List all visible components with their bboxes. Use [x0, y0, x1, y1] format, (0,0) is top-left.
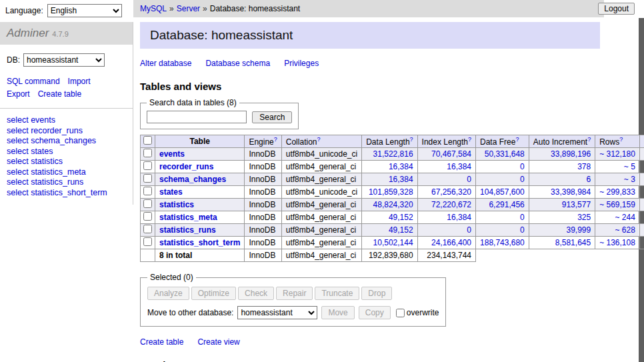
sidebar-select-statistics-meta-link[interactable]: select statistics_meta: [7, 167, 126, 177]
db-select[interactable]: homeassistant: [23, 53, 105, 67]
auto-increment-link[interactable]: 6: [586, 175, 591, 184]
index-length-link[interactable]: 16,384: [447, 213, 471, 222]
create-table-link[interactable]: Create table: [140, 337, 183, 347]
table-link-schema_changes[interactable]: schema_changes: [159, 175, 226, 184]
sidebar-select-recorder-runs-link[interactable]: select recorder_runs: [7, 126, 126, 136]
table-row-statistics_runs: statistics_runsInnoDButf8mb4_general_ci4…: [141, 224, 644, 237]
table-link-statistics_meta[interactable]: statistics_meta: [159, 213, 217, 222]
breadcrumb-mysql-link[interactable]: MySQL: [140, 4, 167, 13]
index-length-link[interactable]: 72,220,672: [431, 200, 471, 209]
table-link-statistics_short_term[interactable]: statistics_short_term: [159, 238, 240, 247]
help-link[interactable]: ?: [274, 136, 277, 143]
database-schema-link[interactable]: Database schema: [205, 59, 270, 68]
bulk-truncate-button[interactable]: Truncate: [315, 287, 359, 300]
table-link-events[interactable]: events: [159, 149, 185, 159]
help-link[interactable]: ?: [468, 136, 471, 143]
overwrite-checkbox[interactable]: [396, 309, 405, 317]
breadcrumb-server-link[interactable]: Server: [177, 4, 200, 13]
row-checkbox[interactable]: [143, 187, 152, 195]
auto-increment-link[interactable]: 8,581,645: [555, 238, 591, 247]
auto-increment-link[interactable]: 39,999: [566, 225, 591, 235]
row-checkbox[interactable]: [143, 199, 152, 208]
rows-link[interactable]: ~ 569,159: [599, 200, 635, 209]
help-link[interactable]: ?: [515, 136, 519, 143]
create-view-link[interactable]: Create view: [197, 337, 239, 347]
bulk-repair-button[interactable]: Repair: [276, 287, 313, 300]
rows-link[interactable]: ~ 312,180: [599, 149, 635, 159]
help-link[interactable]: ?: [619, 136, 623, 143]
rows-link[interactable]: ~ 5: [624, 162, 635, 171]
data-free-link[interactable]: 50,331,648: [485, 149, 525, 159]
row-checkbox[interactable]: [143, 149, 152, 157]
bulk-optimize-button[interactable]: Optimize: [191, 287, 236, 300]
data-free-link[interactable]: 0: [520, 175, 525, 184]
data-free-link[interactable]: 0: [520, 213, 525, 222]
rows-link[interactable]: ~ 299,833: [599, 187, 635, 197]
index-length-link[interactable]: 16,384: [447, 162, 471, 171]
data-free-link[interactable]: 0: [520, 225, 525, 235]
table-link-statistics_runs[interactable]: statistics_runs: [159, 225, 216, 235]
copy-button[interactable]: Copy: [359, 306, 391, 319]
row-checkbox[interactable]: [143, 174, 152, 183]
auto-increment-link[interactable]: 33,398,984: [551, 187, 591, 197]
data-length-link[interactable]: 16,384: [389, 162, 413, 171]
sidebar-link-sql-command[interactable]: SQL command: [7, 77, 60, 86]
rows-link[interactable]: ~ 244: [615, 213, 635, 222]
row-checkbox[interactable]: [143, 225, 152, 233]
sidebar-select-states-link[interactable]: select states: [7, 147, 126, 157]
data-length-link[interactable]: 101,859,328: [369, 187, 413, 197]
row-checkbox[interactable]: [143, 237, 152, 246]
data-free-link[interactable]: 104,857,600: [480, 187, 525, 197]
sidebar-select-schema-changes-link[interactable]: select schema_changes: [7, 136, 126, 146]
bulk-analyze-button[interactable]: Analyze: [147, 287, 189, 300]
bulk-check-button[interactable]: Check: [238, 287, 274, 300]
row-checkbox[interactable]: [143, 212, 152, 221]
move-button[interactable]: Move: [321, 306, 354, 319]
search-button[interactable]: Search: [252, 111, 292, 123]
data-free-link[interactable]: 6,291,456: [489, 200, 524, 209]
rows-link[interactable]: ~ 136,108: [599, 238, 635, 247]
data-length-link[interactable]: 10,502,144: [373, 238, 413, 247]
check-all-checkbox[interactable]: [143, 136, 152, 145]
help-link[interactable]: ?: [587, 136, 591, 143]
rows-link[interactable]: ~ 628: [615, 225, 635, 235]
row-checkbox[interactable]: [143, 161, 152, 170]
sidebar-select-statistics-runs-link[interactable]: select statistics_runs: [7, 177, 126, 187]
auto-increment-link[interactable]: 378: [577, 162, 591, 171]
sidebar-link-create-table[interactable]: Create table: [38, 89, 81, 99]
table-link-recorder_runs[interactable]: recorder_runs: [159, 162, 213, 171]
sidebar-link-export[interactable]: Export: [7, 89, 30, 99]
language-select[interactable]: English: [47, 4, 122, 17]
table-link-states[interactable]: states: [159, 187, 183, 197]
data-length-link[interactable]: 16,384: [389, 175, 413, 184]
table-link-statistics[interactable]: statistics: [159, 200, 194, 209]
bulk-drop-button[interactable]: Drop: [361, 287, 392, 300]
auto-increment-link[interactable]: 33,898,196: [551, 149, 591, 159]
data-free-link[interactable]: 188,743,680: [480, 238, 525, 247]
data-free-link[interactable]: 0: [520, 162, 525, 171]
data-length-link[interactable]: 49,152: [389, 213, 413, 222]
index-length-link[interactable]: 24,166,400: [431, 238, 471, 247]
index-length-link[interactable]: 0: [467, 175, 471, 184]
auto-increment-link[interactable]: 325: [577, 213, 591, 222]
move-db-select[interactable]: homeassistant: [237, 306, 317, 319]
help-link[interactable]: ?: [410, 136, 413, 143]
sidebar-select-statistics-link[interactable]: select statistics: [7, 157, 126, 167]
sidebar-select-events-link[interactable]: select events: [7, 115, 126, 125]
data-length-link[interactable]: 49,152: [389, 225, 413, 235]
auto-increment-link[interactable]: 913,577: [562, 200, 591, 209]
selected-fieldset: Selected (0) AnalyzeOptimizeCheckRepairT…: [140, 273, 446, 327]
help-link[interactable]: ?: [317, 136, 320, 143]
index-length-link[interactable]: 67,256,320: [431, 187, 471, 197]
data-length-link[interactable]: 48,824,320: [373, 200, 413, 209]
privileges-link[interactable]: Privileges: [284, 59, 319, 68]
search-input[interactable]: [147, 111, 247, 123]
sidebar-link-import[interactable]: Import: [68, 77, 91, 86]
index-length-link[interactable]: 0: [467, 225, 471, 235]
data-length-link[interactable]: 31,522,816: [373, 149, 413, 159]
alter-database-link[interactable]: Alter database: [140, 59, 191, 68]
rows-link[interactable]: ~ 3: [624, 175, 635, 184]
logout-button[interactable]: Logout: [598, 3, 635, 15]
sidebar-select-statistics-short-term-link[interactable]: select statistics_short_term: [7, 188, 126, 198]
index-length-link[interactable]: 70,467,584: [431, 149, 471, 159]
